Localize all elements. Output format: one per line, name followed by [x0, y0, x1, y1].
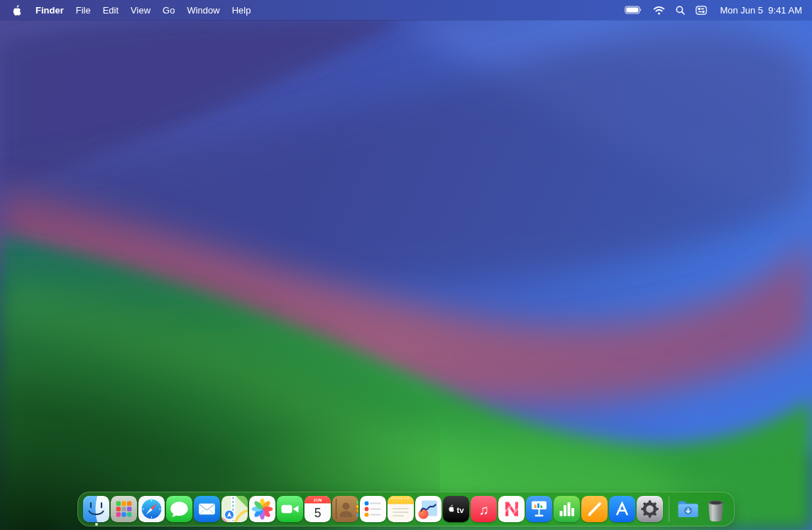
menu-item-finder[interactable]: Finder	[35, 5, 64, 16]
apple-logo-icon	[13, 5, 22, 16]
facetime-icon	[277, 496, 303, 522]
dock-item-news[interactable]	[498, 496, 525, 522]
desktop-wallpaper	[0, 0, 812, 530]
contacts-icon	[332, 496, 358, 522]
menu-bar: Finder File Edit View Go Window Help	[0, 0, 812, 20]
calendar-icon: JUN 5	[304, 496, 331, 522]
dock-item-music[interactable]: ♫	[471, 496, 497, 522]
dock-item-messages[interactable]	[166, 496, 192, 522]
freeform-icon	[415, 496, 441, 522]
calendar-day-label: 5	[314, 506, 322, 520]
dock-item-finder[interactable]	[83, 496, 109, 522]
apple-tv-icon: tv	[443, 496, 469, 522]
dock-item-mail[interactable]	[194, 496, 220, 522]
numbers-icon	[554, 496, 580, 522]
system-settings-icon	[637, 496, 663, 522]
pages-icon	[581, 496, 608, 522]
dock-item-reminders[interactable]	[360, 496, 386, 522]
dock-item-contacts[interactable]	[332, 496, 358, 522]
dock-item-app-store[interactable]	[609, 496, 635, 522]
menu-item-go[interactable]: Go	[163, 5, 175, 16]
menu-bar-left: Finder File Edit View Go Window Help	[13, 5, 251, 16]
mail-icon	[194, 496, 220, 522]
apple-tv-label: tv	[457, 506, 465, 514]
launchpad-icon	[111, 496, 137, 522]
dock-item-keynote[interactable]	[526, 496, 552, 522]
menu-item-window[interactable]: Window	[187, 5, 219, 16]
dock-item-facetime[interactable]	[277, 496, 303, 522]
safari-icon	[138, 496, 165, 522]
dock-item-pages[interactable]	[581, 496, 608, 522]
maps-icon	[221, 496, 248, 522]
dock-item-freeform[interactable]	[415, 496, 441, 522]
dock-item-trash[interactable]	[703, 496, 729, 522]
trash-icon	[703, 496, 729, 522]
calendar-month-label: JUN	[313, 498, 322, 502]
music-icon: ♫	[471, 496, 497, 522]
dock-item-safari[interactable]	[138, 496, 165, 522]
notes-icon	[388, 496, 414, 522]
menu-bar-clock[interactable]: Mon Jun 5 9:41 AM	[720, 5, 802, 16]
dock-item-calendar[interactable]: JUN 5	[304, 496, 331, 522]
news-icon	[498, 496, 525, 522]
dock-divider	[669, 497, 669, 522]
spotlight-search-icon[interactable]	[676, 6, 685, 15]
dock-item-downloads-folder[interactable]	[675, 496, 701, 522]
menu-bar-status: Mon Jun 5 9:41 AM	[625, 5, 802, 16]
dock-item-launchpad[interactable]	[111, 496, 137, 522]
control-center-icon[interactable]	[696, 6, 707, 15]
dock-item-system-settings[interactable]	[637, 496, 663, 522]
dock-item-photos[interactable]	[249, 496, 275, 522]
downloads-folder-icon	[675, 496, 701, 522]
reminders-icon	[360, 496, 386, 522]
photos-icon	[249, 496, 275, 522]
menu-item-edit[interactable]: Edit	[103, 5, 119, 16]
wifi-icon[interactable]	[653, 6, 665, 15]
apple-menu-icon[interactable]	[13, 5, 22, 16]
music-note-icon: ♫	[478, 502, 488, 517]
menu-item-view[interactable]: View	[131, 5, 150, 16]
messages-icon	[166, 496, 192, 522]
finder-running-indicator	[95, 523, 98, 526]
keynote-icon	[526, 496, 552, 522]
menu-item-help[interactable]: Help	[232, 5, 251, 16]
battery-icon[interactable]	[625, 6, 642, 14]
menu-item-file[interactable]: File	[76, 5, 91, 16]
dock-item-notes[interactable]	[388, 496, 414, 522]
dock-item-apple-tv[interactable]: tv	[443, 496, 469, 522]
dock-item-maps[interactable]	[221, 496, 248, 522]
dock-item-numbers[interactable]	[554, 496, 580, 522]
app-store-icon	[609, 496, 635, 522]
finder-icon	[83, 496, 109, 522]
dock: JUN 5	[77, 492, 735, 526]
